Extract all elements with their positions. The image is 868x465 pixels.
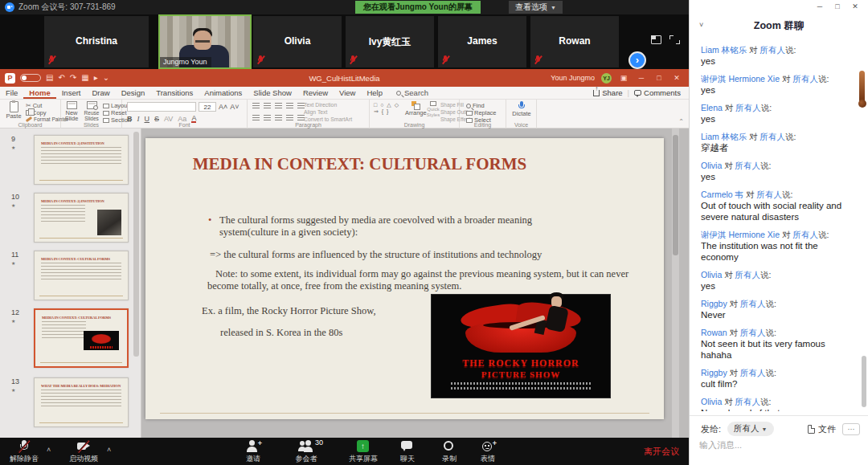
file-button[interactable]: 文件 [808, 423, 836, 435]
comments-button[interactable]: Comments [634, 88, 681, 97]
ppt-minimize-icon[interactable]: ─ [636, 74, 647, 82]
copy-button[interactable]: Copy [26, 109, 47, 116]
participant-name: Christina [44, 35, 149, 47]
tab-insert[interactable]: Insert [56, 87, 87, 99]
bullets-icon[interactable] [252, 103, 260, 109]
text-direction-label: Text Direction [304, 102, 337, 108]
find-button[interactable]: Find [466, 102, 485, 109]
gallery-view-icon[interactable] [651, 35, 661, 44]
send-to-dropdown[interactable]: 所有人▼ [727, 422, 773, 436]
scroll-indicator[interactable] [859, 71, 865, 103]
next-participants-button[interactable]: › [628, 51, 646, 69]
mic-options-chevron[interactable]: ˄ [47, 446, 51, 454]
start-video-button[interactable]: 启动视频 [64, 440, 103, 464]
unmute-button[interactable]: 解除静音 [5, 440, 43, 464]
tab-home[interactable]: Home [23, 87, 55, 99]
ribbon-display-icon[interactable]: ▣ [618, 74, 629, 82]
participant-tile[interactable]: Ivy黄红玉 [346, 16, 434, 67]
participant-tile[interactable]: James [438, 16, 526, 67]
slide-canvas[interactable]: MEDIA IN CONTEXT: CULTURAL FORMS The cul… [145, 138, 664, 419]
chat-button[interactable]: 聊天 [392, 440, 423, 464]
indent-increase-icon[interactable] [286, 103, 293, 109]
message-body: The institution was not fit the economy [701, 240, 855, 263]
view-options-button[interactable]: 查看选项▼ [509, 1, 563, 14]
font-size-input[interactable]: 22 [199, 102, 216, 112]
account-avatar[interactable]: YJ [601, 73, 612, 84]
text-direction-button[interactable]: Text Direction [304, 102, 337, 108]
chat-maximize-icon[interactable]: □ [831, 2, 844, 10]
share-screen-button[interactable]: ↑ 共享屏幕 [342, 440, 384, 464]
slide-number: 10 [11, 193, 27, 201]
numbering-icon[interactable] [264, 103, 271, 109]
reuse-slides-button[interactable]: Reuse Slides [80, 101, 103, 121]
message-sender: Liam 林铭乐 [701, 132, 747, 141]
ribbon-search[interactable]: Search [396, 88, 428, 97]
chat-more-button[interactable]: ··· [842, 423, 860, 435]
tab-help[interactable]: Help [361, 87, 388, 99]
participant-video-tile[interactable]: Jungmo Youn [158, 14, 252, 69]
record-button[interactable]: 录制 [434, 440, 465, 464]
slide-thumbnail-12-selected[interactable]: MEDIA IN CONTEXT: CULTURAL FORMS [34, 308, 129, 368]
fullscreen-icon[interactable] [669, 35, 680, 44]
file-label: 文件 [818, 423, 836, 435]
chat-minimize-icon[interactable]: ─ [813, 2, 826, 10]
scroll-indicator-knob[interactable] [858, 100, 866, 108]
participants-button[interactable]: 30 参会者 [288, 440, 325, 464]
participant-tile[interactable]: Christina [44, 16, 149, 67]
replace-icon [466, 111, 473, 116]
participant-tile[interactable]: Olivia [253, 16, 342, 67]
shrink-font-icon[interactable]: A˅ [230, 103, 239, 111]
ppt-maximize-icon[interactable]: □ [653, 74, 665, 82]
align-text-button[interactable]: Align Text [304, 109, 327, 115]
video-options-chevron[interactable]: ˄ [107, 446, 111, 454]
chat-message-list[interactable]: Liam 林铭乐 对 所有人说: yes 谢伊淇 Hermione Xie 对 … [701, 45, 855, 411]
replace-button[interactable]: Replace [466, 109, 497, 116]
ppt-close-icon[interactable]: ✕ [671, 74, 682, 82]
ppt-menu-row: File Home Insert Draw Design Transitions… [0, 87, 689, 100]
editor-scrollbar[interactable] [672, 128, 679, 438]
indent-decrease-icon[interactable] [275, 103, 282, 109]
tab-view[interactable]: View [334, 87, 361, 99]
grow-font-icon[interactable]: A˄ [219, 103, 227, 111]
shapes-gallery[interactable]: □ ○ △ ◇ ⇒ { } [374, 102, 406, 115]
tab-transitions[interactable]: Transitions [150, 87, 199, 99]
tab-design[interactable]: Design [116, 87, 151, 99]
thumbnail-rule [39, 238, 123, 239]
chat-message-input[interactable] [699, 440, 844, 450]
quick-styles-button[interactable]: Quick Styles [424, 101, 442, 118]
chat-close-icon[interactable]: ✕ [849, 2, 862, 10]
participant-tile[interactable]: Rowan [530, 16, 619, 67]
align-left-icon[interactable] [252, 115, 260, 121]
leave-meeting-button[interactable]: 离开会议 [644, 438, 679, 465]
participant-name: Jungmo Youn [160, 57, 211, 67]
align-center-icon[interactable] [264, 115, 271, 121]
says-label: 说: [766, 328, 776, 337]
slide-thumbnail-13[interactable]: WHAT THE MEDIA REALLY DOES: MEDIATION [34, 377, 129, 427]
chat-scrollbar[interactable] [862, 356, 866, 407]
tab-slide-show[interactable]: Slide Show [248, 87, 297, 99]
align-right-icon[interactable] [275, 115, 282, 121]
collapse-ribbon-icon[interactable]: ⌃ [678, 118, 684, 125]
tab-file[interactable]: File [0, 87, 23, 99]
slide-thumbnail-9[interactable]: MEDIA IN CONTEXT: 2) INSTITUTION [34, 135, 129, 185]
slide-thumbnail-11[interactable]: MEDIA IN CONTEXT: CULTURAL FORMS [34, 251, 129, 300]
tab-draw[interactable]: Draw [86, 87, 115, 99]
font-name-input[interactable] [127, 102, 196, 112]
participants-label: 参会者 [288, 454, 325, 464]
invite-button[interactable]: + 邀请 [236, 440, 270, 464]
tab-animations[interactable]: Animations [199, 87, 248, 99]
reactions-button[interactable]: + 表情 [473, 440, 503, 464]
dictate-button[interactable]: Dictate [510, 101, 534, 116]
thumbnail-scrollbar[interactable] [133, 132, 139, 357]
share-button[interactable]: Share [593, 88, 622, 97]
paste-button[interactable]: Paste [2, 101, 26, 119]
slide-thumbnail-10[interactable]: MEDIA IN CONTEXT: 2) INSTITUTION [34, 193, 129, 243]
new-slide-button[interactable]: New Slide [61, 101, 82, 121]
thumbnail-title: WHAT THE MEDIA REALLY DOES: MEDIATION [41, 384, 121, 388]
tab-review[interactable]: Review [297, 87, 334, 99]
message-recipient: 所有人 [735, 161, 761, 170]
justify-icon[interactable] [286, 115, 293, 121]
smartart-button[interactable]: Convert to SmartArt [304, 116, 352, 122]
slide-bullet-text: The cultural forms suggested by media ar… [219, 214, 585, 239]
arrange-button[interactable]: Arrange [405, 101, 426, 116]
